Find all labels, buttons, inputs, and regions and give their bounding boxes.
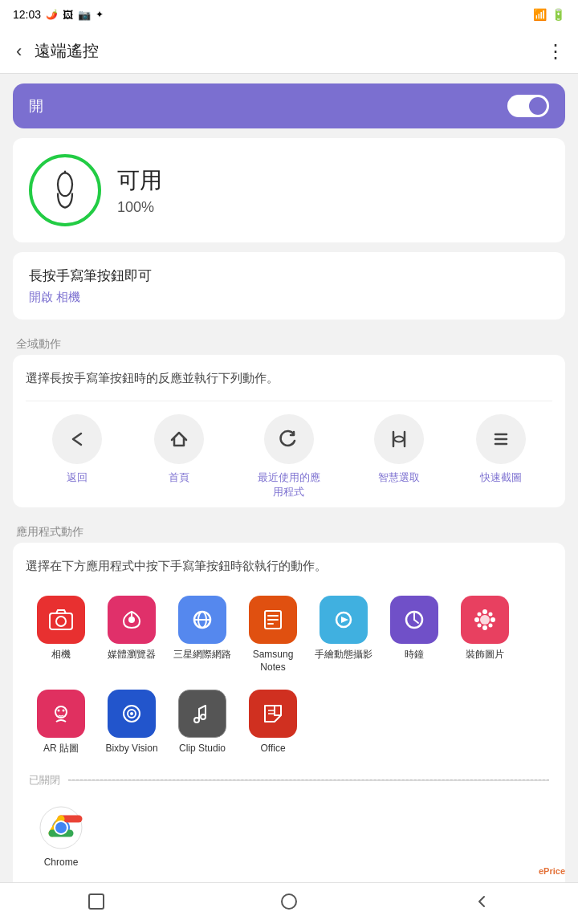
gesture-smart-select-icon — [374, 414, 424, 464]
svg-point-18 — [482, 609, 487, 614]
bottom-nav — [0, 882, 578, 924]
long-press-card: 長按手寫筆按鈕即可 開啟 相機 — [13, 252, 565, 320]
svg-point-7 — [128, 617, 135, 623]
gallery-icon: 🖼 — [63, 9, 73, 21]
status-available-text: 可用 — [117, 165, 162, 196]
svg-point-33 — [201, 714, 206, 719]
gesture-back[interactable]: 返回 — [52, 414, 102, 485]
camera-status-icon: 📷 — [78, 9, 91, 21]
gesture-recents[interactable]: 最近使用的應用程式 — [257, 414, 321, 499]
back-nav-button[interactable] — [456, 885, 507, 922]
svg-point-23 — [489, 613, 493, 617]
svg-point-19 — [482, 625, 487, 630]
app-label-samsung-net: 三星網際網路 — [173, 649, 231, 661]
svg-point-21 — [490, 617, 495, 622]
app-item-chrome[interactable]: Chrome — [26, 796, 96, 877]
battery-icon: 🔋 — [552, 8, 565, 21]
pen-icon — [43, 169, 87, 212]
long-press-link[interactable]: 開啟 相機 — [29, 290, 80, 303]
svg-point-32 — [194, 718, 199, 723]
gesture-smart-select[interactable]: 智慧選取 — [374, 414, 424, 485]
app-icon-samsung-notes — [249, 596, 297, 644]
app-item-office[interactable]: Office — [238, 682, 308, 763]
app-label-clock: 時鐘 — [405, 649, 424, 661]
gesture-recents-label: 最近使用的應用程式 — [257, 470, 321, 499]
app-label-clip: Clip Studio — [179, 743, 226, 755]
gesture-screenshot[interactable]: 快速截圖 — [476, 414, 526, 485]
svg-point-20 — [474, 617, 479, 622]
app-item-clip[interactable]: Clip Studio — [167, 682, 238, 763]
svg-rect-40 — [89, 894, 104, 909]
svg-point-39 — [55, 822, 67, 833]
app-icon-motion — [320, 596, 368, 644]
app-item-media[interactable]: 媒體瀏覽器 — [96, 588, 167, 682]
app-item-samsung-notes[interactable]: Samsung Notes — [238, 588, 308, 682]
app-icon-media — [108, 596, 156, 644]
app-icon-decor — [461, 596, 509, 644]
closed-divider: 已關閉 — [26, 763, 552, 796]
svg-point-25 — [489, 624, 493, 628]
recents-button[interactable] — [71, 885, 122, 922]
svg-point-27 — [58, 710, 60, 712]
app-icon-samsung-net — [178, 596, 226, 644]
pen-icon-wrapper — [29, 154, 101, 226]
svg-point-17 — [480, 615, 490, 625]
app-icon-camera — [37, 596, 85, 644]
extra-icon: ✦ — [96, 9, 104, 20]
long-press-title: 長按手寫筆按鈕即可 — [29, 267, 549, 285]
gesture-back-label: 返回 — [67, 470, 88, 485]
gesture-home[interactable]: 首頁 — [154, 414, 204, 485]
app-grid-active: 相機 媒體瀏覽器 三星網際網路 Samsung Notes — [26, 588, 552, 763]
app-label-bixby: Bixby Vision — [105, 743, 157, 755]
app-actions-desc: 選擇在下方應用程式中按下手寫筆按鈕時欲執行的動作。 — [26, 557, 552, 576]
gesture-screenshot-label: 快速截圖 — [480, 470, 522, 485]
app-actions-card: 選擇在下方應用程式中按下手寫筆按鈕時欲執行的動作。 相機 媒體瀏覽器 三星網際網… — [13, 543, 565, 892]
notification-icon: 🌶️ — [46, 9, 58, 20]
app-icon-clock — [390, 596, 438, 644]
toggle-switch[interactable] — [507, 95, 549, 117]
app-icon-office — [249, 690, 297, 738]
gesture-smart-select-label: 智慧選取 — [378, 470, 420, 485]
more-options-button[interactable]: ⋮ — [546, 40, 565, 63]
app-item-bixby[interactable]: Bixby Vision — [96, 682, 167, 763]
app-label-motion: 手繪動態攝影 — [315, 649, 372, 661]
app-label-office: Office — [260, 743, 285, 755]
gesture-home-label: 首頁 — [169, 470, 189, 485]
svg-point-28 — [63, 710, 65, 712]
app-grid-closed: Chrome — [26, 796, 552, 877]
watermark: ePrice — [539, 866, 565, 876]
app-item-ar[interactable]: AR 貼圖 — [26, 682, 96, 763]
status-bar: 12:03 🌶️ 🖼 📷 ✦ 📶 🔋 — [0, 0, 578, 29]
app-item-motion[interactable]: 手繪動態攝影 — [308, 588, 379, 682]
status-right: 📶 🔋 — [533, 8, 565, 21]
wifi-icon: 📶 — [533, 8, 547, 21]
svg-line-16 — [414, 620, 418, 623]
back-button[interactable]: ‹ — [13, 38, 25, 65]
svg-point-0 — [58, 173, 72, 196]
status-card: 可用 100% — [13, 138, 565, 242]
gesture-home-icon — [154, 414, 204, 464]
gesture-screenshot-icon — [476, 414, 526, 464]
svg-point-6 — [56, 617, 66, 626]
app-label-media: 媒體瀏覽器 — [108, 649, 156, 661]
status-left: 12:03 🌶️ 🖼 📷 ✦ — [13, 8, 104, 21]
gesture-recents-icon — [264, 414, 314, 464]
app-icon-ar — [37, 690, 85, 738]
app-actions-label: 應用程式動作 — [0, 517, 578, 543]
app-label-chrome: Chrome — [44, 857, 79, 869]
app-item-camera[interactable]: 相機 — [26, 588, 96, 682]
gesture-back-icon — [52, 414, 102, 464]
home-button[interactable] — [263, 885, 315, 922]
app-label-ar: AR 貼圖 — [43, 743, 79, 755]
actions-divider — [26, 401, 552, 401]
global-actions-label: 全域動作 — [0, 329, 578, 355]
svg-point-22 — [478, 613, 482, 617]
app-item-clock[interactable]: 時鐘 — [379, 588, 450, 682]
app-label-decor: 裝飾圖片 — [466, 649, 504, 661]
app-item-decor[interactable]: 裝飾圖片 — [450, 588, 520, 682]
status-info: 可用 100% — [117, 165, 162, 216]
app-item-samsung-net[interactable]: 三星網際網路 — [167, 588, 238, 682]
page-title: 遠端遙控 — [35, 40, 546, 62]
app-icon-clip — [178, 690, 226, 738]
app-icon-bixby — [108, 690, 156, 738]
